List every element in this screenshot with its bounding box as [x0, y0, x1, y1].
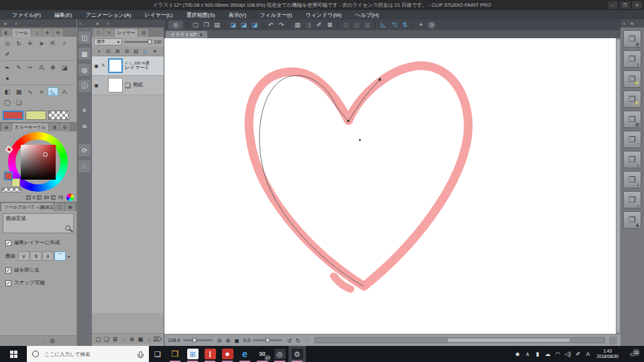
collapse-arrow-icon[interactable]: ‹ — [107, 21, 109, 27]
navigator-icon[interactable]: ▦ — [78, 48, 91, 60]
clip-studio-paint-icon[interactable]: ❂ — [288, 346, 306, 362]
search-magnifier-icon[interactable] — [65, 225, 70, 231]
ruler-visibility-icon[interactable]: ◺ — [142, 48, 150, 56]
clipping-icon[interactable]: ⊟ — [104, 48, 112, 56]
checkbox-checked-icon[interactable]: ✓ — [5, 267, 11, 274]
open-file-icon[interactable]: ❐ — [201, 21, 211, 29]
maximize-button[interactable]: ❐ — [620, 1, 630, 9]
new-layer-icon[interactable]: ▢ — [95, 335, 102, 343]
auto-action-icon[interactable]: ⟳ — [78, 144, 91, 156]
material-pose-folder[interactable]: ❒ ♟ — [623, 211, 641, 229]
tool-tab-menu-icon[interactable]: ◧ — [1, 29, 11, 37]
disabled-icon-3[interactable]: ▦ — [362, 21, 372, 29]
option-create-on-edit-layer[interactable]: ✓ 編集レイヤーに作成 — [5, 239, 76, 246]
clip-studio-open-icon[interactable]: ◎ — [168, 21, 183, 29]
tab-sub-3-icon[interactable]: ✤ — [53, 29, 63, 37]
volume-icon[interactable]: ◁) — [564, 351, 571, 357]
checkbox-checked-icon[interactable]: ✓ — [5, 240, 11, 246]
tab-sub-1-icon[interactable]: ◿ — [32, 29, 42, 37]
tool-pen[interactable]: ✒ — [2, 63, 13, 72]
rotation-slider[interactable] — [253, 339, 282, 341]
action-center-button[interactable]: ▭ 21 — [624, 351, 641, 357]
transparent-color-swatch[interactable] — [48, 111, 69, 120]
layer-name[interactable]: レイヤー1 — [125, 64, 148, 70]
option-snappable[interactable]: ✓ スナップ可能 — [5, 280, 76, 286]
color-wheel-tab-icon[interactable]: ◉ — [1, 123, 11, 131]
layer-tab-1-icon[interactable]: ◫ — [93, 29, 103, 37]
microsoft-store-icon[interactable]: ⊞ — [184, 346, 201, 362]
tool-line-correction[interactable]: ∿ — [25, 87, 36, 96]
rotate-cw-icon[interactable]: ↻ — [294, 337, 302, 345]
zoom-out-icon[interactable]: ⊖ — [215, 337, 223, 345]
people-icon[interactable]: ☻ — [514, 351, 521, 357]
menu-edit[interactable]: 編集(E) — [48, 11, 79, 19]
value-stepper[interactable]: ◄ — [51, 195, 56, 200]
color-tab-2-icon[interactable]: ◨ — [49, 123, 59, 131]
reset-rotation-icon[interactable]: ◌ — [303, 337, 311, 345]
material-3d-folder[interactable]: ❒ ∴ — [623, 131, 641, 148]
material-manga-folder-1[interactable]: ❒ ✕ — [623, 70, 641, 88]
toolbar-sep-1[interactable] — [185, 21, 190, 29]
layer-row-layer1[interactable]: ◉ ✎ ✓ ◺ 100 %通 レイヤー1 — [92, 56, 164, 76]
curve-dropdown-arrow[interactable]: ▾ — [68, 254, 70, 259]
collapse-arrow-icon[interactable]: ‹ — [623, 21, 625, 27]
vertical-scrollbar[interactable] — [616, 38, 621, 334]
fit-to-screen-icon[interactable]: ◼ — [233, 337, 241, 345]
snap-special-ruler-icon[interactable]: ◹ — [389, 21, 399, 29]
menu-animation[interactable]: アニメーション(A) — [79, 11, 138, 19]
quick-layer-icon[interactable]: ◫ — [78, 32, 91, 44]
new-folder-icon[interactable]: ❏ — [103, 335, 111, 343]
curve-quadratic-icon[interactable]: ∧ — [42, 251, 54, 261]
horizontal-scrollbar[interactable] — [315, 337, 605, 343]
hue-stepper[interactable]: ◄ — [26, 195, 31, 200]
layer-tab-3-icon[interactable]: ▤ — [138, 29, 148, 37]
red-person-app-icon[interactable]: ☻ — [219, 346, 236, 362]
wrench-icon[interactable]: ⚙ — [50, 338, 55, 345]
transform-icon[interactable]: ⊠ — [325, 21, 335, 29]
opacity-slider[interactable] — [124, 41, 152, 43]
save-icon[interactable]: ▤ — [212, 21, 222, 29]
tool-decoration[interactable]: ❉ — [48, 63, 58, 72]
checkbox-checked-icon[interactable]: ✓ — [5, 280, 11, 286]
material-spray-icon[interactable]: ⁙ — [78, 160, 91, 172]
merge-layer-icon[interactable]: ⊕ — [128, 335, 136, 343]
tool-pencil[interactable]: ✎ — [13, 63, 24, 72]
deselect-icon[interactable]: ▧ — [292, 21, 303, 29]
zoom-in-icon[interactable]: ⊕ — [224, 337, 232, 345]
snap-ruler-icon[interactable]: ◺ — [378, 21, 388, 29]
tool-figure[interactable]: ≡ — [36, 87, 47, 96]
tp-tab-3-icon[interactable]: ▣ — [65, 203, 75, 211]
tool-frame-border[interactable]: ❏ — [13, 98, 24, 107]
vertical-scrollbar-thumb[interactable] — [616, 40, 620, 333]
clip-studio-tips-icon[interactable]: ✦ — [416, 21, 426, 29]
lock-alpha-icon[interactable]: ⊞ — [123, 48, 131, 56]
invert-selection-icon[interactable]: ◨ — [303, 21, 313, 29]
tools-divider-1[interactable] — [2, 60, 74, 61]
taskbar-search-box[interactable] — [27, 346, 149, 362]
disabled-icon-2[interactable]: ▨ — [352, 21, 362, 29]
task-view-icon[interactable]: ❏ — [149, 346, 166, 362]
taskbar-clock[interactable]: 1:43 2018/08/30 — [596, 349, 619, 360]
selection-launcher-icon[interactable]: ◌ — [42, 338, 45, 345]
menu-selection[interactable]: 選択範囲(S) — [180, 11, 222, 19]
curve-cubic-icon[interactable]: ⌒ — [54, 251, 66, 261]
tool-object[interactable]: ➤ — [36, 39, 47, 48]
brush-size-icon[interactable]: ≋ — [78, 120, 91, 132]
rotation-slider-thumb[interactable] — [266, 338, 270, 343]
redo-icon[interactable]: ↷ — [276, 21, 286, 29]
duplicate-layer-icon[interactable]: ⊞ — [111, 335, 119, 343]
collapse-arrow-icon[interactable]: ‹ — [15, 21, 17, 27]
selection-pen-icon[interactable]: ✐ — [314, 21, 324, 29]
layer-tab-2-icon[interactable]: ≋ — [104, 29, 114, 37]
tool-property-tab[interactable]: ツールプロパティ[曲線定規] — [1, 203, 54, 211]
tool-brush[interactable]: ✑ — [25, 63, 36, 72]
tool-ruler[interactable]: ◺ — [48, 87, 58, 96]
tool-eyedropper[interactable]: ✐ — [2, 50, 13, 58]
tool-airbrush[interactable]: ⁂ — [36, 63, 47, 72]
rotate-ccw-icon[interactable]: ↺ — [285, 337, 293, 345]
tools-divider-2[interactable] — [2, 84, 74, 85]
help-icon[interactable]: ? — [427, 21, 437, 29]
layer-color-icon[interactable]: ◑ — [95, 48, 103, 56]
tool-eraser[interactable]: ◪ — [59, 63, 70, 72]
edge-icon[interactable]: e — [236, 346, 254, 362]
